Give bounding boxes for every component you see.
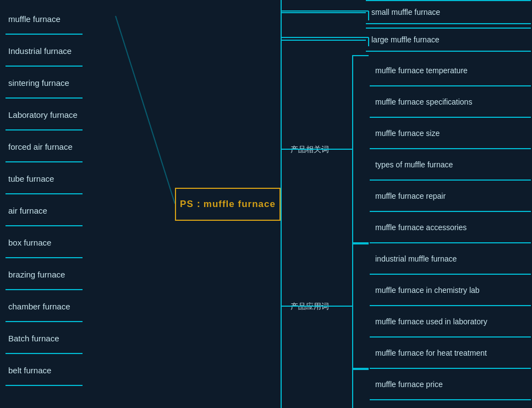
list-item: box furnace [0,226,121,258]
list-item: muffle furnace used in laboratory [370,306,531,338]
svg-line-6 [116,16,175,204]
list-item: sintering furnace [0,67,121,99]
list-item: muffle furnace accessories [370,212,531,243]
list-item: muffle furnace temperature [370,55,531,86]
list-item: Batch furnace [0,322,121,354]
center-node: PS：muffle furnace [175,188,281,221]
list-item: muffle furnace manufacturer [370,400,531,408]
right-section: 产品相关词 muffle furnace temperature muffle … [281,55,532,408]
top-item-2: large muffle furnace [366,28,531,52]
list-item: muffle furnace specifications [370,86,531,118]
list-item: Laboratory furnace [0,99,121,130]
list-item: chamber furnace [0,290,121,322]
category-1-items: muffle furnace temperature muffle furnac… [370,55,531,243]
list-item: muffle furnace size [370,118,531,149]
category-2-items: industrial muffle furnace muffle furnace… [370,243,531,369]
list-item: muffle furnace for heat treatment [370,338,531,369]
list-item: muffle furnace [0,3,121,35]
list-item: belt furnace [0,354,121,386]
mind-map: muffle furnace Industrial furnace sinter… [0,0,532,408]
list-item: muffle furnace repair [370,181,531,212]
list-item: types of muffle furnace [370,149,531,181]
list-item: brazing furnace [0,258,121,290]
list-item: muffle furnace price [370,369,531,400]
list-item: forced air furnace [0,130,121,162]
list-item: Industrial furnace [0,35,121,67]
top-item-1: small muffle furnace [366,0,531,24]
list-item: air furnace [0,194,121,226]
category-3-items: muffle furnace price muffle furnace manu… [370,369,531,408]
left-column: muffle furnace Industrial furnace sinter… [0,0,121,408]
list-item: industrial muffle furnace [370,243,531,275]
list-item: tube furnace [0,162,121,194]
list-item: muffle furnace in chemistry lab [370,275,531,306]
